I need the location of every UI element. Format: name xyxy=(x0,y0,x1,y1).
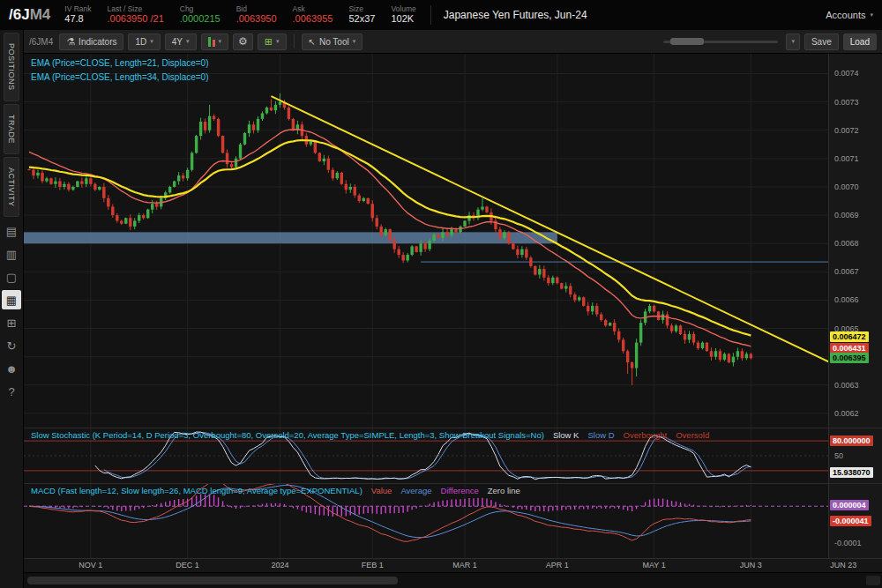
window-icon[interactable]: ▢ xyxy=(2,267,21,287)
price-tick: 0.0071 xyxy=(834,154,859,163)
macd-axis-tick: -0.0001 xyxy=(834,539,862,547)
symbol-header[interactable]: /6JM4 xyxy=(9,6,50,24)
aggregation-value: 1D xyxy=(135,37,146,47)
help-icon[interactable]: ? xyxy=(2,382,21,401)
stochastic-label[interactable]: Slow Stochastic (K Period=14, D Period=3… xyxy=(31,430,544,440)
legend-oversold: Oversold xyxy=(676,430,709,440)
price-tick: 0.0068 xyxy=(834,239,859,248)
indicator-labels: EMA (Price=CLOSE, Length=21, Displace=0)… xyxy=(31,56,209,85)
legend-value: Value xyxy=(371,486,392,495)
price-axis[interactable]: 0.00740.00730.00720.00710.00700.00690.00… xyxy=(828,54,882,428)
time-tick-mar-1: MAR 1 xyxy=(452,561,477,569)
grid-icon[interactable]: ⊞ xyxy=(2,313,21,332)
time-tick-nov-1: NOV 1 xyxy=(78,561,102,569)
chevron-down-icon: ▾ xyxy=(353,38,356,45)
quote-field-bid: Bid.0063950 xyxy=(236,4,277,26)
load-button[interactable]: Load xyxy=(843,33,877,50)
time-tick-jun-23: JUN 23 xyxy=(830,561,856,569)
quote-field-volume: Volume102K xyxy=(391,4,415,26)
value-box: -0.000041 xyxy=(830,516,871,526)
time-axis[interactable]: NOV 1DEC 12024FEB 1MAR 1APR 1MAY 1JUN 3J… xyxy=(24,558,882,572)
save-button[interactable]: Save xyxy=(804,33,839,50)
chart-menu-dropdown[interactable]: ▾ xyxy=(786,33,800,50)
chevron-down-icon: ▾ xyxy=(219,38,222,45)
candlestick-icon xyxy=(208,37,215,47)
value-box: 0.006395 xyxy=(830,353,869,363)
ema34-label[interactable]: EMA (Price=CLOSE, Length=34, Displace=0) xyxy=(31,71,209,85)
chart-icon[interactable]: ▦ xyxy=(2,290,21,309)
accounts-menu[interactable]: Accounts ▾ xyxy=(826,10,873,20)
gear-icon: ⚙ xyxy=(238,35,248,48)
aggregation-dropdown[interactable]: 1D ▾ xyxy=(128,33,160,50)
users-icon[interactable]: ☻ xyxy=(2,359,21,378)
legend-average: Average xyxy=(400,486,431,495)
quote-field-iv-rank: IV Rank47.8 xyxy=(64,4,91,26)
sidebar-tab-activity[interactable]: ACTIVITY xyxy=(4,157,19,218)
macd-axis: -0.00010.000004-0.000041 xyxy=(828,484,882,558)
time-tick-may-1: MAY 1 xyxy=(642,561,665,569)
ema21-label[interactable]: EMA (Price=CLOSE, Length=21, Displace=0) xyxy=(31,56,209,71)
time-tick-apr-1: APR 1 xyxy=(546,561,569,569)
legend-slow-d: Slow D xyxy=(587,430,614,440)
chart-toolbar: /6JM4 ⚗ Indicators 1D ▾ 4Y ▾ ▾ xyxy=(24,30,882,54)
chevron-down-icon: ▾ xyxy=(791,38,795,45)
value-box: 0.000004 xyxy=(830,500,869,510)
indicators-button[interactable]: ⚗ Indicators xyxy=(59,33,123,50)
stochastic-axis: 5080.00000015.938070 xyxy=(828,428,882,483)
price-tick: 0.0062 xyxy=(834,409,859,418)
chart-settings-button[interactable]: ⚙ xyxy=(233,33,253,50)
zoom-slider[interactable] xyxy=(663,35,778,48)
indicators-label: Indicators xyxy=(78,37,116,47)
price-tick: 0.0063 xyxy=(834,381,859,390)
stochastic-mid-tick: 50 xyxy=(834,451,843,460)
value-box: 0.006472 xyxy=(830,331,869,342)
range-dropdown[interactable]: 4Y ▾ xyxy=(165,33,197,50)
quote-field-last-size: Last / Size.0063950 /21 xyxy=(108,4,164,26)
macd-legend: ValueAverageDifferenceZero line xyxy=(371,486,520,495)
chart-region: /6JM4 ⚗ Indicators 1D ▾ 4Y ▾ ▾ xyxy=(24,30,882,588)
value-box: 0.006431 xyxy=(830,343,869,354)
chart-symbol-label: /6JM4 xyxy=(29,37,53,47)
topbar: /6JM4 IV Rank47.8Last / Size.0063950 /21… xyxy=(0,0,882,30)
price-tick: 0.0072 xyxy=(834,126,859,135)
chevron-down-icon: ▾ xyxy=(186,38,190,45)
zoom-slider-handle[interactable] xyxy=(670,38,704,45)
scrollbar-corner xyxy=(866,576,880,585)
symbol-root: /6J xyxy=(9,6,30,24)
scrollbar-handle[interactable] xyxy=(27,577,398,584)
price-pane[interactable]: EMA (Price=CLOSE, Length=21, Displace=0)… xyxy=(24,54,882,428)
layout-dropdown[interactable]: ⊞ ▾ xyxy=(258,33,287,50)
chart-type-dropdown[interactable]: ▾ xyxy=(201,33,229,50)
sidebar-tab-trade[interactable]: TRADE xyxy=(4,104,19,154)
price-tick: 0.0070 xyxy=(834,182,859,191)
legend-slow-k: Slow K xyxy=(553,430,579,440)
stochastic-pane[interactable]: Slow Stochastic (K Period=14, D Period=3… xyxy=(24,428,882,484)
macd-label-row: MACD (Fast length=12, Slow length=26, MA… xyxy=(31,486,520,495)
orders-icon[interactable]: ▥ xyxy=(2,244,21,264)
chevron-down-icon: ▾ xyxy=(276,38,280,45)
toolbar-divider xyxy=(294,34,295,48)
macd-label[interactable]: MACD (Fast length=12, Slow length=26, MA… xyxy=(31,486,363,495)
main-row: POSITIONSTRADEACTIVITY▤▥▢▦⊞↻☻? /6JM4 ⚗ I… xyxy=(0,30,882,588)
ledger-icon[interactable]: ▤ xyxy=(2,221,21,241)
sidebar-tab-positions[interactable]: POSITIONS xyxy=(4,33,19,101)
legend-difference: Difference xyxy=(441,486,479,495)
accounts-label: Accounts xyxy=(826,10,865,20)
quote-fields: IV Rank47.8Last / Size.0063950 /21Chg.00… xyxy=(64,4,416,26)
range-value: 4Y xyxy=(172,37,183,47)
chevron-down-icon: ▾ xyxy=(870,11,873,19)
drawing-tool-dropdown[interactable]: ↖ No Tool ▾ xyxy=(302,33,363,50)
price-tick: 0.0069 xyxy=(834,211,859,220)
sync-icon[interactable]: ↻ xyxy=(2,336,21,355)
time-tick-jun-3: JUN 3 xyxy=(740,561,762,569)
macd-pane[interactable]: MACD (Fast length=12, Slow length=26, MA… xyxy=(24,484,882,558)
quote-field-chg: Chg.0000215 xyxy=(180,4,220,26)
quote-field-ask: Ask.0063955 xyxy=(293,4,333,26)
price-chart[interactable] xyxy=(24,54,828,428)
price-tick: 0.0067 xyxy=(834,267,859,276)
time-tick-2024: 2024 xyxy=(271,561,288,569)
legend-overbought: Overbought xyxy=(624,430,668,440)
horizontal-scrollbar[interactable] xyxy=(24,572,882,588)
stochastic-label-row: Slow Stochastic (K Period=14, D Period=3… xyxy=(31,430,709,440)
left-sidebar: POSITIONSTRADEACTIVITY▤▥▢▦⊞↻☻? xyxy=(0,30,24,588)
